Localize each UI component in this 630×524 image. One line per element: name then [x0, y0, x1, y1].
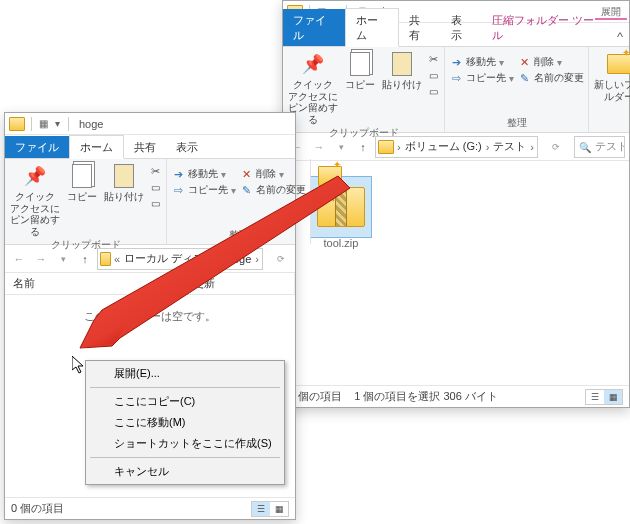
tab-file[interactable]: ファイル	[5, 136, 69, 158]
new-folder-button[interactable]: 新	[315, 161, 345, 203]
delete-icon	[239, 167, 253, 181]
tab-compressed-tools[interactable]: 圧縮フォルダー ツール	[482, 9, 611, 46]
empty-folder-message: このフォルダーは空です。	[5, 295, 295, 324]
folder-icon	[9, 117, 25, 131]
crumb-volume[interactable]: ボリューム (G:)	[402, 139, 485, 154]
scissors-icon	[426, 52, 440, 66]
delete-button[interactable]: 削除▾	[239, 167, 306, 181]
new-folder-button[interactable]: 新しいフォルダー	[593, 49, 630, 102]
paste-shortcut-icon: ▭	[426, 84, 440, 98]
menu-separator	[90, 387, 280, 388]
tab-view[interactable]: 表示	[441, 9, 482, 46]
nav-history-icon[interactable]: ▾	[331, 137, 351, 157]
breadcrumb[interactable]: › ボリューム (G:) › テスト ›	[375, 136, 538, 158]
paste-icon	[388, 51, 416, 77]
delete-icon	[517, 55, 531, 69]
view-switcher[interactable]: ☰ ▦	[585, 389, 623, 405]
rename-button[interactable]: 名前の変更	[239, 183, 306, 197]
qat-dropdown-icon[interactable]: ▾	[50, 117, 64, 131]
rename-button[interactable]: 名前の変更	[517, 71, 584, 85]
copy-icon	[346, 51, 374, 77]
tab-view[interactable]: 表示	[166, 136, 208, 158]
pin-icon	[21, 163, 49, 189]
tab-share[interactable]: 共有	[124, 136, 166, 158]
move-icon	[449, 55, 463, 69]
navbar: ← → ▾ ↑ « ローカル ディス… › hoge › ⟳	[5, 245, 295, 273]
copy-button[interactable]: コピー	[342, 49, 378, 91]
copy-path-button[interactable]: ▭	[426, 68, 440, 82]
col-name[interactable]: 名前	[5, 273, 185, 294]
titlebar[interactable]: ▦ ▾ hoge	[5, 113, 295, 135]
nav-fwd-icon[interactable]: →	[31, 249, 51, 269]
menu-item-shortcut-here[interactable]: ショートカットをここに作成(S)	[88, 433, 282, 454]
paste-shortcut-button[interactable]: ▭	[426, 84, 440, 98]
paste-shortcut-icon: ▭	[148, 196, 162, 210]
copyto-icon	[449, 71, 463, 85]
tab-file[interactable]: ファイル	[283, 9, 345, 46]
copy-button[interactable]: コピー	[64, 161, 100, 203]
folder-icon	[378, 140, 394, 154]
statusbar: 1 個の項目 1 個の項目を選択 306 バイト ☰ ▦	[283, 385, 629, 407]
contextual-tab-group: 展開	[595, 5, 627, 19]
copy-path-icon: ▭	[148, 180, 162, 194]
status-item-count: 1 個の項目	[289, 389, 342, 404]
copy-to-button[interactable]: コピー先▾	[171, 183, 236, 197]
cut-button[interactable]	[426, 52, 440, 66]
paste-icon	[110, 163, 138, 189]
paste-button[interactable]: 貼り付け	[381, 49, 423, 91]
pin-to-quick-access-button[interactable]: クイック アクセスにピン留めする	[9, 161, 61, 237]
copy-path-button[interactable]: ▭	[148, 180, 162, 194]
cut-button[interactable]	[148, 164, 162, 178]
refresh-icon[interactable]: ⟳	[271, 249, 291, 269]
tab-home[interactable]: ホーム	[345, 8, 399, 47]
view-switcher[interactable]: ☰ ▦	[251, 501, 289, 517]
menu-item-move-here[interactable]: ここに移動(M)	[88, 412, 282, 433]
rename-icon	[239, 183, 253, 197]
ribbon-collapse-icon[interactable]: ^	[611, 27, 629, 46]
statusbar: 0 個の項目 ☰ ▦	[5, 497, 295, 519]
menu-item-extract[interactable]: 展開(E)...	[88, 363, 282, 384]
nav-up-icon[interactable]: ↑	[353, 137, 373, 157]
crumb-hoge[interactable]: hoge	[224, 253, 254, 265]
drag-drop-context-menu[interactable]: 展開(E)... ここにコピー(C) ここに移動(M) ショートカットをここに作…	[85, 360, 285, 485]
group-organize-label: 整理	[171, 227, 306, 244]
nav-up-icon[interactable]: ↑	[75, 249, 95, 269]
refresh-icon[interactable]: ⟳	[546, 137, 566, 157]
col-date[interactable]: 更新	[185, 273, 295, 294]
ribbon-body: クイック アクセスにピン留めする コピー 貼り付け ▭ ▭ クリップボード	[283, 47, 629, 133]
menu-item-copy-here[interactable]: ここにコピー(C)	[88, 391, 282, 412]
copy-icon	[68, 163, 96, 189]
tab-share[interactable]: 共有	[399, 9, 440, 46]
pin-icon	[299, 51, 327, 77]
move-to-button[interactable]: 移動先▾	[449, 55, 514, 69]
view-details-icon[interactable]: ☰	[252, 502, 270, 516]
scissors-icon	[148, 164, 162, 178]
breadcrumb[interactable]: « ローカル ディス… › hoge ›	[97, 248, 263, 270]
status-selection: 1 個の項目を選択 306 バイト	[354, 389, 498, 404]
new-folder-icon	[605, 51, 630, 77]
menu-separator	[90, 457, 280, 458]
delete-button[interactable]: 削除▾	[517, 55, 584, 69]
view-icons-icon[interactable]: ▦	[270, 502, 288, 516]
nav-history-icon[interactable]: ▾	[53, 249, 73, 269]
window-title: hoge	[79, 118, 103, 130]
paste-button[interactable]: 貼り付け	[103, 161, 145, 203]
qat-properties-icon[interactable]: ▦	[36, 117, 50, 131]
view-icons-icon[interactable]: ▦	[604, 390, 622, 404]
crumb-local-disk[interactable]: ローカル ディス…	[121, 251, 218, 266]
search-input[interactable]: テストの検	[574, 136, 625, 158]
tab-home[interactable]: ホーム	[69, 135, 124, 159]
crumb-test[interactable]: テスト	[490, 139, 529, 154]
copy-to-button[interactable]: コピー先▾	[449, 71, 514, 85]
folder-icon	[100, 252, 111, 266]
move-to-button[interactable]: 移動先▾	[171, 167, 236, 181]
view-details-icon[interactable]: ☰	[586, 390, 604, 404]
nav-back-icon[interactable]: ←	[9, 249, 29, 269]
column-headers[interactable]: 名前 更新	[5, 273, 295, 295]
nav-fwd-icon[interactable]: →	[309, 137, 329, 157]
copyto-icon	[171, 183, 185, 197]
ribbon-tabs: ファイル ホーム 共有 表示 圧縮フォルダー ツール ^	[283, 23, 629, 47]
menu-item-cancel[interactable]: キャンセル	[88, 461, 282, 482]
paste-shortcut-button[interactable]: ▭	[148, 196, 162, 210]
group-organize-label: 整理	[449, 115, 584, 132]
